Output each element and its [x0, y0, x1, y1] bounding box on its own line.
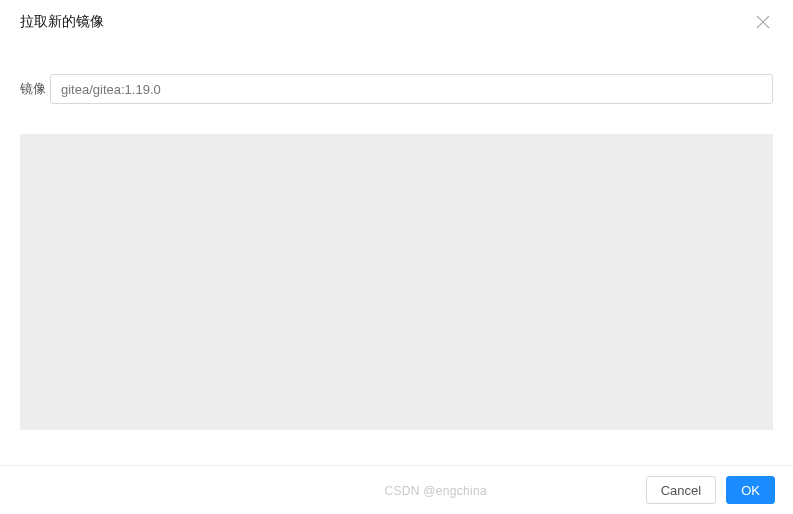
modal-header: 拉取新的镜像	[0, 0, 793, 50]
modal-body: 镜像	[0, 74, 793, 430]
image-field-row: 镜像	[20, 74, 773, 104]
image-field-label: 镜像	[20, 80, 46, 98]
cancel-button[interactable]: Cancel	[646, 476, 716, 504]
modal-title: 拉取新的镜像	[20, 13, 104, 31]
close-icon[interactable]	[753, 12, 773, 32]
modal-footer: Cancel OK	[0, 465, 793, 514]
image-input[interactable]	[50, 74, 773, 104]
ok-button[interactable]: OK	[726, 476, 775, 504]
output-area	[20, 134, 773, 430]
